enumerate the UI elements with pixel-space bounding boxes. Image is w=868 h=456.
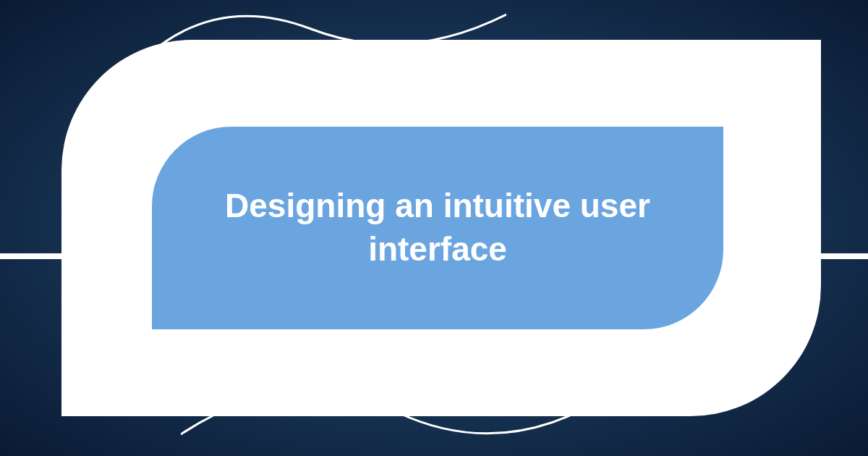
accent-line-right <box>821 253 868 259</box>
main-title: Designing an intuitive user interface <box>152 185 723 271</box>
inner-card-shape: Designing an intuitive user interface <box>152 127 723 329</box>
